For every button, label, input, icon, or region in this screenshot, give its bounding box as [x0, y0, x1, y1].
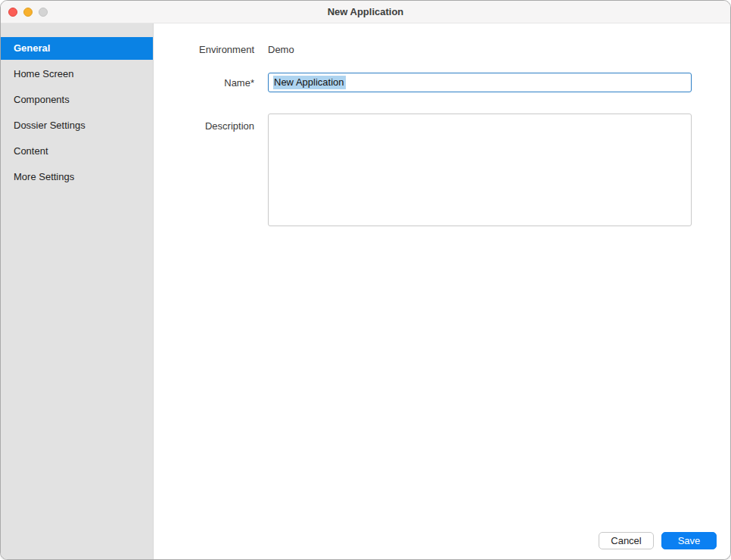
- window-title: New Application: [328, 6, 404, 17]
- name-row: Name* New Application: [154, 73, 730, 92]
- sidebar-item-more-settings[interactable]: More Settings: [1, 166, 153, 188]
- name-input[interactable]: New Application: [268, 73, 692, 92]
- traffic-lights: [8, 1, 48, 23]
- name-input-selected-text: New Application: [273, 76, 346, 89]
- description-label: Description: [154, 114, 254, 132]
- description-row: Description: [154, 114, 730, 226]
- dialog-window: New Application General Home Screen Comp…: [0, 0, 731, 560]
- save-button[interactable]: Save: [661, 532, 717, 549]
- sidebar: General Home Screen Components Dossier S…: [1, 23, 154, 559]
- environment-row: Environment Demo: [154, 42, 730, 56]
- sidebar-item-dossier-settings[interactable]: Dossier Settings: [1, 114, 153, 137]
- close-button-icon[interactable]: [8, 8, 17, 17]
- sidebar-item-general[interactable]: General: [1, 37, 153, 60]
- environment-label: Environment: [154, 44, 254, 55]
- general-settings-panel: Environment Demo Name* New Application D…: [154, 23, 730, 559]
- footer-buttons: Cancel Save: [599, 532, 717, 549]
- name-label: Name*: [154, 77, 254, 89]
- sidebar-item-home-screen[interactable]: Home Screen: [1, 63, 153, 86]
- cancel-button[interactable]: Cancel: [599, 532, 654, 549]
- environment-value: Demo: [268, 44, 294, 55]
- zoom-button-icon: [39, 8, 48, 17]
- description-textarea[interactable]: [268, 114, 692, 226]
- window-body: General Home Screen Components Dossier S…: [1, 23, 730, 559]
- sidebar-item-content[interactable]: Content: [1, 140, 153, 163]
- sidebar-item-components[interactable]: Components: [1, 89, 153, 111]
- minimize-button-icon[interactable]: [23, 8, 33, 17]
- title-bar: New Application: [1, 1, 730, 23]
